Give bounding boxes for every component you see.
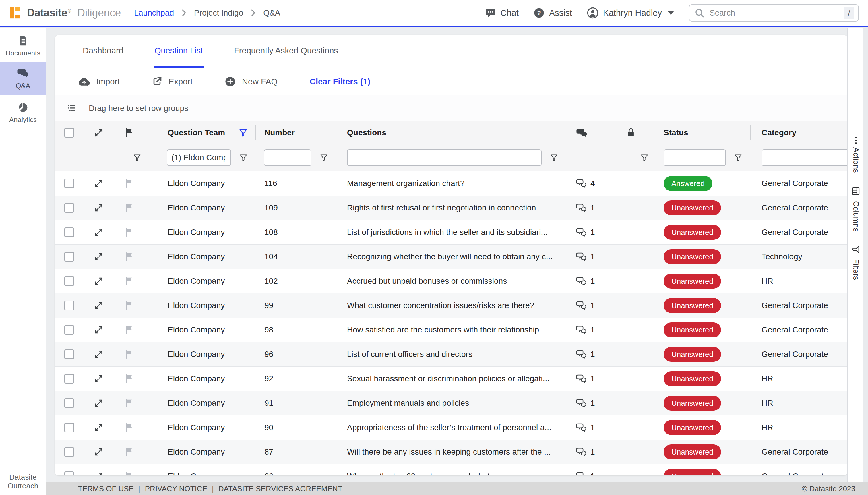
expand-row-icon[interactable]	[94, 350, 103, 359]
row-checkbox[interactable]	[64, 472, 74, 476]
search-input[interactable]	[710, 8, 839, 18]
row-group-dropzone[interactable]: Drag here to set row groups	[55, 95, 848, 121]
table-row[interactable]: Eldon Company 98 How satisfied are the c…	[55, 318, 848, 342]
expand-row-icon[interactable]	[94, 325, 103, 335]
questions-filter-icon[interactable]	[542, 154, 566, 161]
column-header-questions[interactable]: Questions	[336, 121, 566, 144]
expand-row-icon[interactable]	[94, 447, 103, 457]
flag-icon[interactable]	[125, 228, 134, 237]
flag-icon[interactable]	[125, 277, 134, 285]
question-text-cell[interactable]: List of jurisdictions in which the selle…	[336, 220, 566, 244]
question-team-filter-input[interactable]	[167, 149, 231, 166]
user-menu[interactable]: Kathryn Hadley	[587, 7, 674, 19]
tab-faq[interactable]: Frequently Asked Questions	[233, 35, 339, 68]
column-header-question-team[interactable]: Question Team	[145, 121, 256, 144]
privacy-link[interactable]: PRIVACY NOTICE	[145, 484, 207, 493]
replies-cell[interactable]: 1	[566, 245, 609, 269]
row-checkbox[interactable]	[64, 252, 74, 261]
table-row[interactable]: Eldon Company 86 Who are the top 20 cust…	[55, 464, 848, 476]
flag-icon[interactable]	[125, 204, 134, 212]
table-row[interactable]: Eldon Company 90 Appropriateness of the …	[55, 415, 848, 440]
sidebar-item-documents[interactable]: Documents	[0, 30, 46, 62]
replies-cell[interactable]: 1	[566, 269, 609, 293]
scrollbar-gutter[interactable]	[863, 28, 868, 482]
flag-icon[interactable]	[125, 301, 134, 310]
row-checkbox[interactable]	[64, 227, 74, 237]
question-text-cell[interactable]: Rights of first refusal or first negotia…	[336, 196, 566, 220]
question-team-filter-icon[interactable]	[231, 154, 256, 161]
flag-icon[interactable]	[125, 423, 134, 432]
flag-icon[interactable]	[125, 350, 134, 359]
question-text-cell[interactable]: Recognizing whether the buyer will need …	[336, 245, 566, 269]
sidebar-item-analytics[interactable]: Analytics	[0, 97, 46, 129]
row-checkbox[interactable]	[64, 203, 74, 213]
terms-link[interactable]: TERMS OF USE	[78, 484, 134, 493]
number-filter-icon[interactable]	[311, 154, 336, 161]
assist-button[interactable]: ? Assist	[534, 7, 572, 18]
table-row[interactable]: Eldon Company 92 Sexual harassment or di…	[55, 366, 848, 391]
replies-cell[interactable]: 1	[566, 342, 609, 366]
flag-filter-icon[interactable]	[133, 154, 141, 161]
replies-cell[interactable]: 1	[566, 196, 609, 220]
question-text-cell[interactable]: Will there be any issues in keeping cust…	[336, 440, 566, 464]
table-row[interactable]: Eldon Company 87 Will there be any issue…	[55, 440, 848, 464]
table-row[interactable]: Eldon Company 116 Management organizatio…	[55, 171, 848, 196]
sidebar-item-qa[interactable]: Q&A	[0, 62, 46, 95]
replies-cell[interactable]: 1	[566, 293, 609, 318]
active-filter-icon[interactable]	[239, 129, 247, 137]
export-button[interactable]: Export	[152, 76, 193, 87]
tab-dashboard[interactable]: Dashboard	[82, 35, 124, 68]
replies-cell[interactable]: 4	[566, 171, 609, 195]
replies-cell[interactable]: 1	[566, 318, 609, 342]
clear-filters-button[interactable]: Clear Filters (1)	[310, 77, 370, 86]
select-all-checkbox[interactable]	[64, 128, 74, 138]
table-row[interactable]: Eldon Company 102 Accrued but unpaid bon…	[55, 269, 848, 293]
replies-cell[interactable]: 1	[566, 391, 609, 415]
status-filter-input[interactable]	[664, 149, 726, 166]
rail-tab-columns[interactable]: Columns	[851, 187, 861, 232]
import-button[interactable]: Import	[79, 76, 120, 86]
breadcrumb-launchpad[interactable]: Launchpad	[134, 8, 174, 18]
replies-cell[interactable]: 1	[566, 464, 609, 476]
rail-tab-actions[interactable]: Actions	[851, 139, 860, 173]
question-text-cell[interactable]: Accrued but unpaid bonuses or commission…	[336, 269, 566, 293]
replies-cell[interactable]: 1	[566, 415, 609, 440]
expand-row-icon[interactable]	[94, 276, 103, 286]
expand-row-icon[interactable]	[94, 472, 103, 476]
expand-row-icon[interactable]	[94, 228, 103, 237]
expand-row-icon[interactable]	[94, 398, 103, 408]
row-checkbox[interactable]	[64, 374, 74, 383]
global-search[interactable]: /	[689, 4, 859, 21]
replies-cell[interactable]: 1	[566, 220, 609, 244]
expand-row-icon[interactable]	[94, 252, 103, 261]
flag-icon[interactable]	[125, 179, 134, 188]
question-text-cell[interactable]: List of current officers and directors	[336, 342, 566, 366]
row-checkbox[interactable]	[64, 178, 74, 188]
chat-button[interactable]: Chat	[485, 7, 519, 18]
table-row[interactable]: Eldon Company 104 Recognizing whether th…	[55, 245, 848, 269]
column-header-number[interactable]: Number	[256, 121, 336, 144]
question-text-cell[interactable]: How satisfied are the customers with the…	[336, 318, 566, 342]
table-row[interactable]: Eldon Company 109 Rights of first refusa…	[55, 196, 848, 220]
row-checkbox[interactable]	[64, 276, 74, 286]
flag-icon[interactable]	[125, 472, 134, 476]
flag-icon[interactable]	[125, 252, 134, 261]
expand-row-icon[interactable]	[94, 203, 103, 212]
column-header-status[interactable]: Status	[653, 121, 751, 144]
table-row[interactable]: Eldon Company 108 List of jurisdictions …	[55, 220, 848, 245]
column-header-replies[interactable]	[566, 121, 609, 144]
row-checkbox[interactable]	[64, 301, 74, 310]
flag-icon[interactable]	[125, 374, 134, 383]
question-text-cell[interactable]: Who are the top 20 customers and what re…	[336, 464, 566, 476]
tab-question-list[interactable]: Question List	[154, 35, 204, 68]
column-header-permissions[interactable]	[609, 121, 653, 144]
question-text-cell[interactable]: Appropriateness of the seller’s treatmen…	[336, 415, 566, 440]
expand-row-icon[interactable]	[94, 423, 103, 432]
replies-cell[interactable]: 1	[566, 440, 609, 464]
table-row[interactable]: Eldon Company 99 What customer concentra…	[55, 293, 848, 318]
questions-filter-input[interactable]	[347, 149, 542, 166]
question-text-cell[interactable]: Employment manuals and policies	[336, 391, 566, 415]
row-checkbox[interactable]	[64, 325, 74, 335]
expand-row-icon[interactable]	[94, 179, 103, 188]
column-header-category[interactable]: Category	[751, 121, 848, 144]
